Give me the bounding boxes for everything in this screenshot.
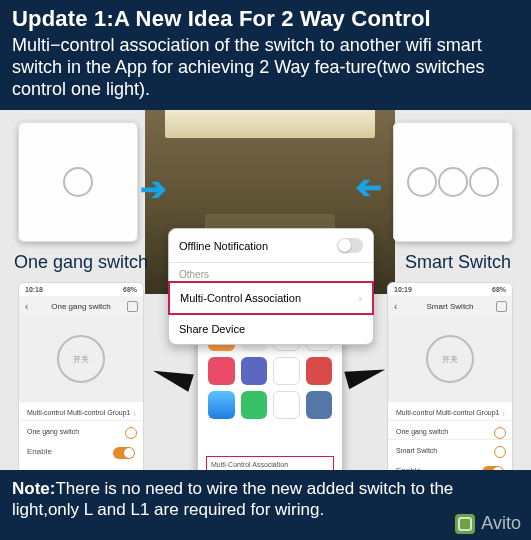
status-time: 10:19 xyxy=(394,286,412,293)
back-icon[interactable]: ‹ xyxy=(25,301,28,312)
screen-title: One gang switch xyxy=(51,302,111,311)
sub-headline: Multi−control association of the switch … xyxy=(12,34,519,100)
share-device-label: Share Device xyxy=(179,323,245,335)
note-band: Note:There is no need to wire the new ad… xyxy=(0,470,531,540)
touch-ring-icon xyxy=(469,167,499,197)
touch-ring-icon xyxy=(407,167,437,197)
back-icon[interactable]: ‹ xyxy=(394,301,397,312)
multi-control-association-row[interactable]: Multi-Control Association › xyxy=(168,281,374,315)
arrow-right-icon: ➔ xyxy=(140,170,167,208)
section-header: Others xyxy=(169,263,373,282)
one-gang-switch-panel xyxy=(18,122,138,242)
edit-icon[interactable] xyxy=(496,301,507,312)
note-text: There is no need to wire the new added s… xyxy=(12,479,453,519)
status-battery: 68% xyxy=(492,286,506,293)
settings-callout: Offline Notification Others Multi-Contro… xyxy=(168,228,374,345)
radio-checked-icon[interactable] xyxy=(494,446,506,458)
left-panel-label: One gang switch xyxy=(14,252,148,273)
watermark: Avito xyxy=(455,513,521,534)
touch-ring-icon xyxy=(438,167,468,197)
radio-checked-icon[interactable] xyxy=(125,427,137,439)
screen-title: Smart Switch xyxy=(426,302,473,311)
device-hero[interactable]: 开关 xyxy=(388,317,512,401)
app-grid[interactable] xyxy=(208,323,332,474)
phone-left: 10:18 68% ‹ One gang switch 开关 Multi-con… xyxy=(18,282,144,492)
phone-right: 10:19 68% ‹ Smart Switch 开关 Multi-contro… xyxy=(387,282,513,492)
linked-device-label: One gang switch xyxy=(396,428,448,435)
group-label: Multi-control Multi-control Group1 xyxy=(396,409,499,416)
linked-device-row[interactable]: Smart Switch xyxy=(388,439,512,458)
note-label: Note: xyxy=(12,479,55,498)
offline-notification-row[interactable]: Offline Notification xyxy=(169,229,373,262)
linked-device-row[interactable]: One gang switch xyxy=(388,420,512,439)
pointer-arrow-icon xyxy=(150,362,194,391)
smart-switch-panel xyxy=(393,122,513,242)
mca-row-label: Multi-Control Association xyxy=(211,461,288,468)
toggle-on-icon[interactable] xyxy=(113,447,135,459)
linked-device-row[interactable]: One gang switch xyxy=(19,420,143,439)
status-battery: 68% xyxy=(123,286,137,293)
offline-notification-label: Offline Notification xyxy=(179,240,268,252)
power-ring-icon[interactable]: 开关 xyxy=(57,335,105,383)
power-ring-icon[interactable]: 开关 xyxy=(426,335,474,383)
enable-label: Enable xyxy=(27,447,52,456)
radio-checked-icon[interactable] xyxy=(494,427,506,439)
toggle-off-icon[interactable] xyxy=(337,238,363,253)
chevron-right-icon: › xyxy=(133,409,136,419)
group-label: Multi-control Multi-control Group1 xyxy=(27,409,130,416)
linked-device-label: Smart Switch xyxy=(396,447,437,454)
group-row[interactable]: Multi-control Multi-control Group1 › xyxy=(388,401,512,420)
mca-label: Multi-Control Association xyxy=(180,292,301,304)
chevron-right-icon: › xyxy=(358,292,362,304)
share-device-row[interactable]: Share Device xyxy=(169,314,373,344)
enable-row[interactable]: Enable xyxy=(19,439,143,464)
headline: Update 1:A New Idea For 2 Way Control xyxy=(12,6,519,32)
pointer-arrow-icon xyxy=(344,361,387,389)
touch-ring-icon xyxy=(63,167,93,197)
status-time: 10:18 xyxy=(25,286,43,293)
edit-icon[interactable] xyxy=(127,301,138,312)
device-hero[interactable]: 开关 xyxy=(19,317,143,401)
group-row[interactable]: Multi-control Multi-control Group1 › xyxy=(19,401,143,420)
chevron-right-icon: › xyxy=(502,409,505,419)
avito-logo-icon xyxy=(455,514,475,534)
watermark-text: Avito xyxy=(481,513,521,534)
arrow-left-icon: ➔ xyxy=(355,168,382,206)
linked-device-label: One gang switch xyxy=(27,428,79,435)
illustration-area: ➔ ➔ One gang switch Smart Switch Offline… xyxy=(0,110,531,508)
right-panel-label: Smart Switch xyxy=(405,252,511,273)
